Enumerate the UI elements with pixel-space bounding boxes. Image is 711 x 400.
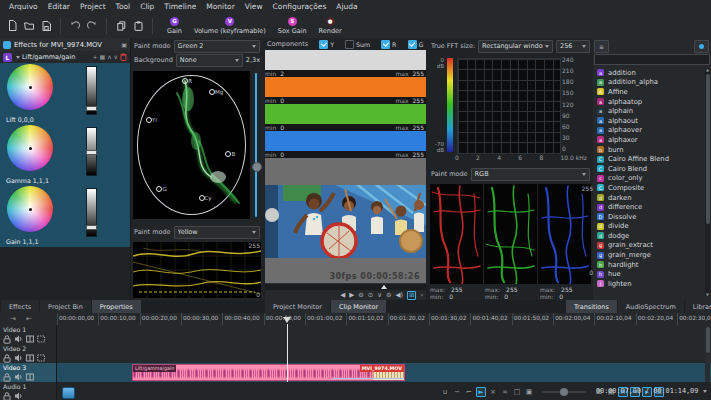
transition-list-item[interactable]: d difference — [593, 202, 704, 212]
checkbox-icon[interactable] — [345, 40, 354, 49]
scrollbar-handle[interactable] — [706, 74, 710, 224]
insert-mode-icon[interactable]: ⇥ — [10, 315, 16, 323]
track-lane[interactable] — [57, 344, 711, 363]
scrollbar-handle[interactable] — [706, 327, 710, 353]
dock-tab[interactable]: Project Bin — [40, 300, 91, 313]
monitor-tab[interactable]: Project Monitor — [265, 300, 330, 313]
channel-checkbox[interactable]: Y — [319, 40, 334, 49]
channel-checkbox[interactable]: G — [408, 40, 424, 49]
transitions-scrollbar[interactable]: ▲ ▼ — [705, 68, 710, 296]
transition-list-item[interactable]: C Cairo Blend — [593, 164, 704, 174]
transition-list-item[interactable]: d darken — [593, 193, 704, 203]
slider-handle[interactable] — [86, 106, 97, 111]
split-view-icon[interactable] — [26, 373, 34, 381]
chevron-down-icon[interactable] — [703, 390, 707, 393]
overwrite-mode-icon[interactable]: ⇤ — [26, 315, 32, 323]
toolbar-button[interactable]: ● Render — [313, 14, 348, 38]
checkbox-icon[interactable] — [319, 40, 328, 49]
transport-icon[interactable]: ▶ — [349, 292, 354, 299]
transition-list-item[interactable]: A Affine — [593, 87, 704, 97]
timeline-tool-icon[interactable]: ∪ — [440, 387, 450, 397]
transition-list-item[interactable]: g grain_extract — [593, 241, 704, 251]
timeline-tool-icon[interactable]: ▣ — [524, 387, 534, 397]
transition-list-item[interactable]: a alphaover — [593, 126, 704, 136]
track-lane[interactable]: Lift/gamma/gain MVI_9974.MOV — [57, 363, 711, 382]
transitions-search-input[interactable] — [594, 54, 710, 65]
toolbar-button[interactable]: V Volume (keyframable) — [188, 14, 272, 38]
track-video-1[interactable]: Video 1 — [0, 325, 711, 345]
timeline-tool-icon[interactable]: □ — [512, 387, 522, 397]
fft-size-select[interactable]: 256 — [556, 40, 590, 53]
delete-effect-icon[interactable] — [120, 53, 127, 61]
slider-knob[interactable] — [252, 162, 262, 172]
timeline-clip[interactable]: Lift/gamma/gain MVI_9974.MOV — [132, 364, 405, 382]
timeline-tool-icon[interactable]: ► — [476, 387, 486, 397]
dashed-box-icon[interactable] — [37, 354, 45, 362]
transition-list-item[interactable]: C Cairo Affine Blend — [593, 154, 704, 164]
channel-checkbox[interactable]: Sum — [345, 40, 370, 49]
vectorscope-background-select[interactable]: None — [176, 54, 243, 67]
new-file-icon[interactable] — [6, 19, 18, 33]
timeline-tool-icon[interactable]: × — [488, 387, 498, 397]
menu-item[interactable]: Monitor — [201, 2, 240, 11]
transport-icon[interactable]: ◀ — [340, 292, 345, 299]
fft-window-select[interactable]: Rectangular window — [478, 40, 553, 53]
open-file-icon[interactable] — [23, 19, 35, 33]
scroll-up-icon[interactable]: ▲ — [705, 67, 710, 72]
slider-handle[interactable] — [86, 150, 97, 155]
color-wheel[interactable] — [7, 186, 53, 232]
transport-icon[interactable]: ⊙ — [368, 292, 373, 299]
menu-item[interactable]: Configurações — [268, 2, 332, 11]
seek-position-marker[interactable] — [381, 285, 387, 289]
timeline-zoom-slider[interactable] — [542, 391, 586, 393]
dock-tab[interactable]: Library — [685, 300, 711, 313]
color-wheel[interactable] — [7, 64, 53, 110]
move-up-icon[interactable]: ∧ — [107, 54, 111, 60]
transition-list-item[interactable]: D Dissolve — [593, 212, 704, 222]
playhead-handle[interactable] — [283, 317, 291, 323]
menu-item[interactable]: View — [240, 2, 268, 11]
menu-item[interactable]: Clip — [135, 2, 159, 11]
checkbox-icon[interactable] — [408, 40, 417, 49]
transition-list-item[interactable]: a addition — [593, 68, 704, 78]
copy-icon[interactable] — [115, 19, 127, 33]
paste-icon[interactable] — [132, 19, 144, 33]
split-view-icon[interactable] — [26, 335, 34, 343]
dock-tab[interactable]: Transitions — [566, 300, 617, 313]
speaker-icon[interactable] — [14, 392, 23, 400]
lock-icon[interactable] — [3, 354, 11, 363]
transition-list-item[interactable]: a alphaout — [593, 116, 704, 126]
menu-item[interactable]: Tool — [111, 2, 136, 11]
transition-list-item[interactable]: a alphain — [593, 106, 704, 116]
waveform-paint-mode-select[interactable]: Yellow — [174, 226, 260, 239]
transition-list-item[interactable]: l lighten — [593, 279, 704, 289]
zoom-slider-knob[interactable] — [560, 388, 568, 396]
lock-icon[interactable] — [3, 335, 11, 344]
speaker-icon[interactable] — [14, 373, 23, 381]
slider-handle[interactable] — [86, 225, 97, 230]
timeline-tool-icon[interactable]: ∞ — [500, 387, 510, 397]
parade-paint-mode-select[interactable]: RGB — [471, 168, 590, 181]
transport-icon[interactable]: › — [420, 292, 423, 299]
track-lane[interactable] — [57, 325, 711, 344]
toolbar-button[interactable]: G Gain — [161, 14, 188, 38]
menu-item[interactable]: Arquivo — [4, 2, 43, 11]
dock-tab[interactable]: Effects — [1, 300, 39, 313]
transport-icon[interactable]: ◀) — [395, 292, 403, 299]
add-keyframe-icon[interactable]: + — [92, 54, 97, 60]
wheel-cursor[interactable] — [29, 147, 32, 150]
menu-item[interactable]: Editar — [43, 2, 75, 11]
transition-list-item[interactable]: a addition_alpha — [593, 78, 704, 88]
channel-checkbox[interactable]: R — [381, 40, 396, 49]
lock-icon[interactable] — [3, 392, 11, 400]
transition-list-item[interactable]: b burn — [593, 145, 704, 155]
speaker-icon[interactable] — [14, 354, 23, 362]
checkbox-icon[interactable] — [381, 40, 390, 49]
project-monitor[interactable]: 30fps 00:00:58:26 — [265, 158, 426, 283]
filter-toggle-button[interactable] — [694, 40, 709, 53]
transition-list-item[interactable]: a alphaxor — [593, 135, 704, 145]
vectorscope-paint-mode-select[interactable]: Green 2 — [174, 40, 260, 53]
panel-menu-icon[interactable]: ▣ — [121, 42, 127, 48]
save-icon[interactable] — [40, 19, 52, 33]
transition-list-item[interactable]: g grain_merge — [593, 250, 704, 260]
